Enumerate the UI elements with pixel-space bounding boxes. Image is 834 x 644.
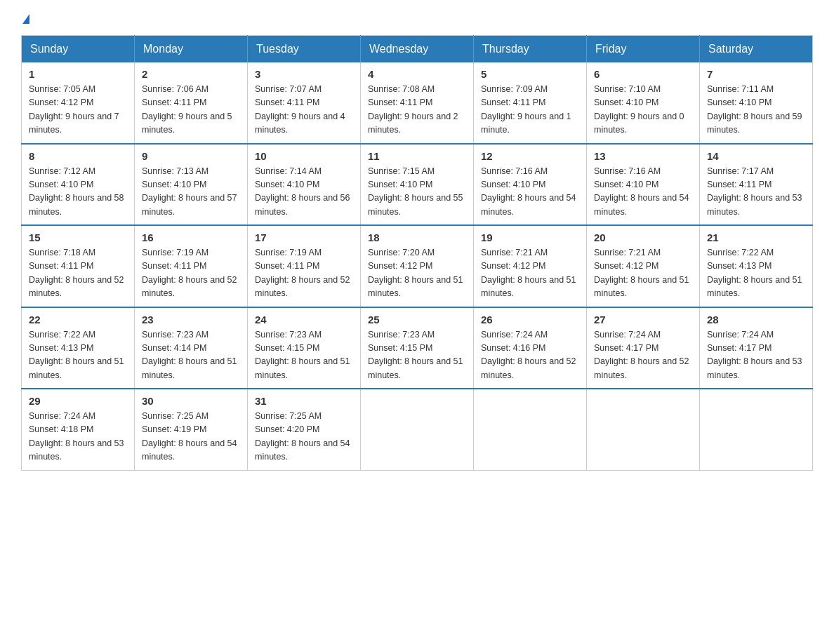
day-number: 13 <box>594 150 692 162</box>
calendar-day-cell: 11 Sunrise: 7:15 AMSunset: 4:10 PMDaylig… <box>361 144 474 226</box>
day-info: Sunrise: 7:17 AMSunset: 4:11 PMDaylight:… <box>707 166 802 217</box>
day-info: Sunrise: 7:23 AMSunset: 4:15 PMDaylight:… <box>368 330 463 380</box>
day-info: Sunrise: 7:13 AMSunset: 4:10 PMDaylight:… <box>142 166 237 217</box>
calendar-day-cell: 19 Sunrise: 7:21 AMSunset: 4:12 PMDaylig… <box>474 225 587 307</box>
calendar-day-cell: 23 Sunrise: 7:23 AMSunset: 4:14 PMDaylig… <box>135 307 248 389</box>
day-number: 29 <box>29 395 127 407</box>
calendar-day-cell: 15 Sunrise: 7:18 AMSunset: 4:11 PMDaylig… <box>22 225 135 307</box>
calendar-day-cell: 16 Sunrise: 7:19 AMSunset: 4:11 PMDaylig… <box>135 225 248 307</box>
day-number: 22 <box>29 314 127 326</box>
day-info: Sunrise: 7:24 AMSunset: 4:16 PMDaylight:… <box>481 330 576 380</box>
day-number: 24 <box>255 314 353 326</box>
calendar-day-cell: 14 Sunrise: 7:17 AMSunset: 4:11 PMDaylig… <box>700 144 813 226</box>
day-info: Sunrise: 7:05 AMSunset: 4:12 PMDaylight:… <box>29 84 119 135</box>
day-number: 10 <box>255 150 353 162</box>
header-tuesday: Tuesday <box>248 36 361 63</box>
calendar-week-row: 22 Sunrise: 7:22 AMSunset: 4:13 PMDaylig… <box>22 307 813 389</box>
calendar-header-row: SundayMondayTuesdayWednesdayThursdayFrid… <box>22 36 813 63</box>
day-number: 19 <box>481 232 579 243</box>
day-number: 11 <box>368 150 466 162</box>
day-info: Sunrise: 7:07 AMSunset: 4:11 PMDaylight:… <box>255 84 345 135</box>
header-friday: Friday <box>587 36 700 63</box>
calendar-day-cell: 30 Sunrise: 7:25 AMSunset: 4:19 PMDaylig… <box>135 389 248 470</box>
day-info: Sunrise: 7:18 AMSunset: 4:11 PMDaylight:… <box>29 248 124 298</box>
day-number: 20 <box>594 232 692 243</box>
day-info: Sunrise: 7:24 AMSunset: 4:17 PMDaylight:… <box>594 330 689 380</box>
day-info: Sunrise: 7:16 AMSunset: 4:10 PMDaylight:… <box>594 166 689 217</box>
calendar-day-cell: 27 Sunrise: 7:24 AMSunset: 4:17 PMDaylig… <box>587 307 700 389</box>
calendar-week-row: 8 Sunrise: 7:12 AMSunset: 4:10 PMDayligh… <box>22 144 813 226</box>
calendar-day-cell <box>587 389 700 470</box>
day-number: 12 <box>481 150 579 162</box>
header-saturday: Saturday <box>700 36 813 63</box>
day-number: 1 <box>29 68 127 80</box>
calendar-table: SundayMondayTuesdayWednesdayThursdayFrid… <box>21 35 813 471</box>
day-info: Sunrise: 7:16 AMSunset: 4:10 PMDaylight:… <box>481 166 576 217</box>
calendar-day-cell: 20 Sunrise: 7:21 AMSunset: 4:12 PMDaylig… <box>587 225 700 307</box>
day-number: 2 <box>142 68 240 80</box>
calendar-day-cell: 29 Sunrise: 7:24 AMSunset: 4:18 PMDaylig… <box>22 389 135 470</box>
day-number: 16 <box>142 232 240 243</box>
day-number: 27 <box>594 314 692 326</box>
calendar-week-row: 1 Sunrise: 7:05 AMSunset: 4:12 PMDayligh… <box>22 62 813 144</box>
day-number: 14 <box>707 150 805 162</box>
day-number: 5 <box>481 68 579 80</box>
header-sunday: Sunday <box>22 36 135 63</box>
day-number: 21 <box>707 232 805 243</box>
calendar-day-cell: 12 Sunrise: 7:16 AMSunset: 4:10 PMDaylig… <box>474 144 587 226</box>
calendar-day-cell <box>474 389 587 470</box>
day-info: Sunrise: 7:25 AMSunset: 4:20 PMDaylight:… <box>255 411 350 462</box>
day-info: Sunrise: 7:12 AMSunset: 4:10 PMDaylight:… <box>29 166 124 217</box>
calendar-day-cell: 21 Sunrise: 7:22 AMSunset: 4:13 PMDaylig… <box>700 225 813 307</box>
calendar-day-cell: 6 Sunrise: 7:10 AMSunset: 4:10 PMDayligh… <box>587 62 700 144</box>
day-info: Sunrise: 7:19 AMSunset: 4:11 PMDaylight:… <box>142 248 237 298</box>
day-number: 26 <box>481 314 579 326</box>
day-number: 9 <box>142 150 240 162</box>
day-number: 8 <box>29 150 127 162</box>
header-thursday: Thursday <box>474 36 587 63</box>
calendar-day-cell <box>700 389 813 470</box>
day-info: Sunrise: 7:23 AMSunset: 4:15 PMDaylight:… <box>255 330 350 380</box>
day-info: Sunrise: 7:22 AMSunset: 4:13 PMDaylight:… <box>707 248 802 298</box>
header-monday: Monday <box>135 36 248 63</box>
day-info: Sunrise: 7:20 AMSunset: 4:12 PMDaylight:… <box>368 248 463 298</box>
calendar-day-cell: 13 Sunrise: 7:16 AMSunset: 4:10 PMDaylig… <box>587 144 700 226</box>
calendar-day-cell: 28 Sunrise: 7:24 AMSunset: 4:17 PMDaylig… <box>700 307 813 389</box>
calendar-day-cell: 26 Sunrise: 7:24 AMSunset: 4:16 PMDaylig… <box>474 307 587 389</box>
day-info: Sunrise: 7:21 AMSunset: 4:12 PMDaylight:… <box>594 248 689 298</box>
calendar-week-row: 29 Sunrise: 7:24 AMSunset: 4:18 PMDaylig… <box>22 389 813 470</box>
day-number: 25 <box>368 314 466 326</box>
day-info: Sunrise: 7:11 AMSunset: 4:10 PMDaylight:… <box>707 84 802 135</box>
day-info: Sunrise: 7:06 AMSunset: 4:11 PMDaylight:… <box>142 84 232 135</box>
day-number: 3 <box>255 68 353 80</box>
day-number: 15 <box>29 232 127 243</box>
calendar-day-cell: 31 Sunrise: 7:25 AMSunset: 4:20 PMDaylig… <box>248 389 361 470</box>
day-info: Sunrise: 7:21 AMSunset: 4:12 PMDaylight:… <box>481 248 576 298</box>
day-info: Sunrise: 7:25 AMSunset: 4:19 PMDaylight:… <box>142 411 237 462</box>
day-number: 30 <box>142 395 240 407</box>
calendar-day-cell: 9 Sunrise: 7:13 AMSunset: 4:10 PMDayligh… <box>135 144 248 226</box>
day-info: Sunrise: 7:23 AMSunset: 4:14 PMDaylight:… <box>142 330 237 380</box>
day-number: 4 <box>368 68 466 80</box>
logo-triangle-icon <box>22 14 29 24</box>
day-info: Sunrise: 7:08 AMSunset: 4:11 PMDaylight:… <box>368 84 458 135</box>
calendar-day-cell: 8 Sunrise: 7:12 AMSunset: 4:10 PMDayligh… <box>22 144 135 226</box>
day-number: 31 <box>255 395 353 407</box>
day-info: Sunrise: 7:15 AMSunset: 4:10 PMDaylight:… <box>368 166 463 217</box>
day-number: 23 <box>142 314 240 326</box>
day-info: Sunrise: 7:22 AMSunset: 4:13 PMDaylight:… <box>29 330 124 380</box>
calendar-day-cell: 2 Sunrise: 7:06 AMSunset: 4:11 PMDayligh… <box>135 62 248 144</box>
day-info: Sunrise: 7:24 AMSunset: 4:18 PMDaylight:… <box>29 411 124 462</box>
page-header <box>21 14 813 24</box>
day-number: 6 <box>594 68 692 80</box>
day-info: Sunrise: 7:10 AMSunset: 4:10 PMDaylight:… <box>594 84 684 135</box>
calendar-day-cell: 25 Sunrise: 7:23 AMSunset: 4:15 PMDaylig… <box>361 307 474 389</box>
calendar-day-cell: 1 Sunrise: 7:05 AMSunset: 4:12 PMDayligh… <box>22 62 135 144</box>
day-info: Sunrise: 7:24 AMSunset: 4:17 PMDaylight:… <box>707 330 802 380</box>
logo <box>21 14 29 24</box>
calendar-day-cell: 18 Sunrise: 7:20 AMSunset: 4:12 PMDaylig… <box>361 225 474 307</box>
calendar-day-cell <box>361 389 474 470</box>
day-info: Sunrise: 7:19 AMSunset: 4:11 PMDaylight:… <box>255 248 350 298</box>
calendar-day-cell: 10 Sunrise: 7:14 AMSunset: 4:10 PMDaylig… <box>248 144 361 226</box>
calendar-day-cell: 3 Sunrise: 7:07 AMSunset: 4:11 PMDayligh… <box>248 62 361 144</box>
